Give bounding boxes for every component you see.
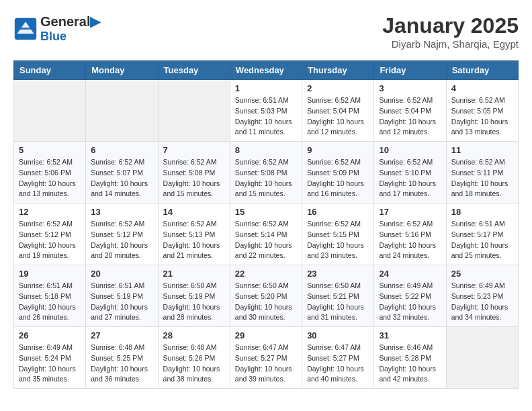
day-header-tuesday: Tuesday (158, 61, 230, 80)
calendar-cell: 25Sunrise: 6:49 AMSunset: 5:23 PMDayligh… (446, 265, 518, 327)
day-info: Sunrise: 6:50 AMSunset: 5:21 PMDaylight:… (307, 281, 369, 323)
day-info: Sunrise: 6:52 AMSunset: 5:14 PMDaylight:… (235, 219, 297, 261)
logo-text: General▶ Blue (40, 13, 100, 44)
day-number: 23 (307, 269, 369, 279)
day-number: 13 (91, 207, 152, 217)
day-number: 3 (379, 83, 441, 93)
calendar-cell: 26Sunrise: 6:49 AMSunset: 5:24 PMDayligh… (14, 327, 86, 389)
day-info: Sunrise: 6:52 AMSunset: 5:12 PMDaylight:… (19, 219, 81, 261)
calendar-week-row: 19Sunrise: 6:51 AMSunset: 5:18 PMDayligh… (14, 265, 519, 327)
calendar-cell: 13Sunrise: 6:52 AMSunset: 5:12 PMDayligh… (86, 203, 158, 265)
day-info: Sunrise: 6:52 AMSunset: 5:11 PMDaylight:… (451, 157, 513, 199)
calendar-cell: 1Sunrise: 6:51 AMSunset: 5:03 PMDaylight… (230, 80, 302, 142)
calendar-week-row: 5Sunrise: 6:52 AMSunset: 5:06 PMDaylight… (14, 142, 519, 203)
calendar-table: SundayMondayTuesdayWednesdayThursdayFrid… (13, 60, 519, 389)
day-number: 24 (379, 269, 441, 279)
day-info: Sunrise: 6:52 AMSunset: 5:13 PMDaylight:… (163, 219, 225, 261)
day-info: Sunrise: 6:52 AMSunset: 5:07 PMDaylight:… (91, 157, 152, 199)
day-number: 8 (235, 145, 297, 155)
page-header: General▶ Blue January 2025 Diyarb Najm, … (13, 13, 519, 50)
calendar-cell: 24Sunrise: 6:49 AMSunset: 5:22 PMDayligh… (374, 265, 446, 327)
calendar-week-row: 1Sunrise: 6:51 AMSunset: 5:03 PMDaylight… (14, 80, 519, 142)
logo-icon (13, 17, 38, 41)
day-number: 18 (451, 207, 513, 217)
calendar-cell: 31Sunrise: 6:46 AMSunset: 5:28 PMDayligh… (374, 327, 446, 389)
day-number: 4 (451, 83, 513, 93)
calendar-cell: 15Sunrise: 6:52 AMSunset: 5:14 PMDayligh… (230, 203, 302, 265)
calendar-cell: 6Sunrise: 6:52 AMSunset: 5:07 PMDaylight… (86, 142, 158, 203)
day-info: Sunrise: 6:52 AMSunset: 5:12 PMDaylight:… (91, 219, 152, 261)
calendar-week-row: 26Sunrise: 6:49 AMSunset: 5:24 PMDayligh… (14, 327, 519, 389)
day-info: Sunrise: 6:49 AMSunset: 5:24 PMDaylight:… (19, 342, 81, 385)
day-number: 28 (163, 330, 225, 340)
day-header-monday: Monday (86, 61, 158, 80)
day-number: 30 (307, 330, 369, 340)
day-info: Sunrise: 6:52 AMSunset: 5:06 PMDaylight:… (19, 157, 81, 199)
day-info: Sunrise: 6:52 AMSunset: 5:08 PMDaylight:… (163, 157, 225, 199)
day-info: Sunrise: 6:47 AMSunset: 5:27 PMDaylight:… (307, 342, 369, 385)
calendar-week-row: 12Sunrise: 6:52 AMSunset: 5:12 PMDayligh… (14, 203, 519, 265)
calendar-cell: 4Sunrise: 6:52 AMSunset: 5:05 PMDaylight… (446, 80, 518, 142)
day-header-friday: Friday (374, 61, 446, 80)
day-number: 14 (163, 207, 225, 217)
day-info: Sunrise: 6:52 AMSunset: 5:08 PMDaylight:… (235, 157, 297, 199)
calendar-cell (446, 327, 518, 389)
day-number: 22 (235, 269, 297, 279)
title-block: January 2025 Diyarb Najm, Sharqia, Egypt (382, 13, 519, 50)
day-number: 15 (235, 207, 297, 217)
calendar-cell (86, 80, 158, 142)
day-info: Sunrise: 6:51 AMSunset: 5:17 PMDaylight:… (451, 219, 513, 261)
day-header-saturday: Saturday (446, 61, 518, 80)
calendar-header-row: SundayMondayTuesdayWednesdayThursdayFrid… (14, 61, 519, 80)
day-number: 20 (91, 269, 152, 279)
day-info: Sunrise: 6:52 AMSunset: 5:10 PMDaylight:… (379, 157, 441, 199)
day-info: Sunrise: 6:51 AMSunset: 5:19 PMDaylight:… (91, 281, 152, 323)
day-info: Sunrise: 6:50 AMSunset: 5:20 PMDaylight:… (235, 281, 297, 323)
day-number: 25 (451, 269, 513, 279)
day-info: Sunrise: 6:48 AMSunset: 5:25 PMDaylight:… (91, 342, 152, 385)
calendar-cell: 22Sunrise: 6:50 AMSunset: 5:20 PMDayligh… (230, 265, 302, 327)
calendar-cell: 21Sunrise: 6:50 AMSunset: 5:19 PMDayligh… (158, 265, 230, 327)
day-number: 10 (379, 145, 441, 155)
day-info: Sunrise: 6:49 AMSunset: 5:22 PMDaylight:… (379, 281, 441, 323)
calendar-cell: 20Sunrise: 6:51 AMSunset: 5:19 PMDayligh… (86, 265, 158, 327)
day-number: 11 (451, 145, 513, 155)
logo: General▶ Blue (13, 13, 100, 44)
day-number: 31 (379, 330, 441, 340)
calendar-cell: 12Sunrise: 6:52 AMSunset: 5:12 PMDayligh… (14, 203, 86, 265)
day-info: Sunrise: 6:49 AMSunset: 5:23 PMDaylight:… (451, 281, 513, 323)
calendar-cell: 11Sunrise: 6:52 AMSunset: 5:11 PMDayligh… (446, 142, 518, 203)
calendar-cell: 9Sunrise: 6:52 AMSunset: 5:09 PMDaylight… (302, 142, 374, 203)
day-info: Sunrise: 6:52 AMSunset: 5:16 PMDaylight:… (379, 219, 441, 261)
calendar-cell: 3Sunrise: 6:52 AMSunset: 5:04 PMDaylight… (374, 80, 446, 142)
day-header-thursday: Thursday (302, 61, 374, 80)
day-number: 27 (91, 330, 152, 340)
calendar-cell: 14Sunrise: 6:52 AMSunset: 5:13 PMDayligh… (158, 203, 230, 265)
calendar-cell: 27Sunrise: 6:48 AMSunset: 5:25 PMDayligh… (86, 327, 158, 389)
day-info: Sunrise: 6:51 AMSunset: 5:18 PMDaylight:… (19, 281, 81, 323)
day-info: Sunrise: 6:52 AMSunset: 5:15 PMDaylight:… (307, 219, 369, 261)
day-header-wednesday: Wednesday (230, 61, 302, 80)
location-title: Diyarb Najm, Sharqia, Egypt (382, 38, 519, 50)
svg-rect-2 (18, 28, 33, 30)
day-info: Sunrise: 6:50 AMSunset: 5:19 PMDaylight:… (163, 281, 225, 323)
day-number: 5 (19, 145, 81, 155)
day-header-sunday: Sunday (14, 61, 86, 80)
calendar-cell: 10Sunrise: 6:52 AMSunset: 5:10 PMDayligh… (374, 142, 446, 203)
day-number: 7 (163, 145, 225, 155)
day-number: 6 (91, 145, 152, 155)
day-info: Sunrise: 6:52 AMSunset: 5:09 PMDaylight:… (307, 157, 369, 199)
calendar-cell: 17Sunrise: 6:52 AMSunset: 5:16 PMDayligh… (374, 203, 446, 265)
day-number: 16 (307, 207, 369, 217)
day-info: Sunrise: 6:48 AMSunset: 5:26 PMDaylight:… (163, 342, 225, 385)
day-number: 1 (235, 83, 297, 93)
day-number: 12 (19, 207, 81, 217)
calendar-cell: 2Sunrise: 6:52 AMSunset: 5:04 PMDaylight… (302, 80, 374, 142)
day-number: 19 (19, 269, 81, 279)
day-number: 17 (379, 207, 441, 217)
calendar-cell: 8Sunrise: 6:52 AMSunset: 5:08 PMDaylight… (230, 142, 302, 203)
day-number: 29 (235, 330, 297, 340)
calendar-cell: 19Sunrise: 6:51 AMSunset: 5:18 PMDayligh… (14, 265, 86, 327)
calendar-cell: 30Sunrise: 6:47 AMSunset: 5:27 PMDayligh… (302, 327, 374, 389)
day-info: Sunrise: 6:47 AMSunset: 5:27 PMDaylight:… (235, 342, 297, 385)
